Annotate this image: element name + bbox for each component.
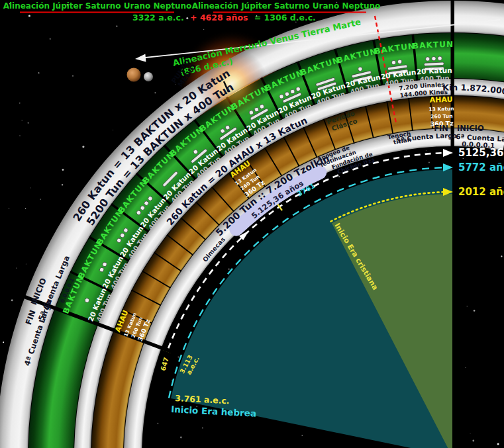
star: [25, 208, 26, 209]
star: [501, 255, 502, 257]
star: [19, 135, 21, 136]
span-era-cristiana-label: 2012 años: [458, 186, 504, 198]
star: [470, 433, 471, 434]
numeral-dot: [432, 56, 436, 61]
star: [3, 341, 4, 343]
star: [9, 208, 10, 209]
numeral-dot: [438, 56, 442, 61]
star: [338, 176, 340, 177]
ahau-title: AHAU: [429, 95, 452, 105]
span-cuenta-larga-label: 5125,36 años: [458, 147, 504, 159]
star: [426, 150, 427, 151]
star: [203, 29, 204, 30]
alignment-formula: 3322 a.e.c. + 4628 años = 1306 d.e.c.: [132, 13, 316, 22]
star: [19, 103, 21, 104]
star: [472, 440, 474, 442]
star: [11, 299, 13, 301]
fin-right-label: FIN: [434, 124, 448, 133]
star: [28, 15, 30, 17]
star: [16, 267, 17, 268]
star: [228, 269, 230, 270]
formula-span: + 4628 años: [190, 13, 248, 22]
numeral-dot: [425, 57, 430, 62]
ahau-line1: 13 Katun: [428, 106, 454, 112]
numeral-bar: [424, 62, 444, 66]
star: [62, 184, 63, 185]
star: [497, 443, 499, 445]
ahau-label-group: AHAU13 Katun260 Tun360 Tz: [428, 95, 455, 128]
star: [302, 435, 303, 435]
star: [72, 75, 74, 77]
planet-orange: [127, 68, 141, 82]
alignment-jupiter-left-label: Alineación Júpiter Saturno Urano Neptuno: [3, 1, 192, 11]
star: [116, 26, 117, 27]
star: [113, 130, 113, 130]
star: [428, 161, 430, 163]
alignment-jupiter-right-label: Alineación Júpiter Saturno Urano Neptuno: [192, 1, 381, 11]
maya-long-count-diagram: 260 Katun = 13 BAKTUN x 20 Katun5200 Tun…: [0, 0, 504, 448]
ahau-line2: 260 Tun: [430, 113, 453, 120]
inicio-right-label: INICIO: [457, 124, 484, 133]
star: [30, 187, 31, 188]
star: [474, 310, 476, 312]
span-era-hebrea-label: 5772 años: [458, 161, 504, 173]
formula-result: = 1306 d.e.c.: [254, 13, 316, 22]
star: [157, 423, 158, 424]
star: [177, 356, 179, 357]
star: [38, 72, 40, 73]
star: [28, 122, 29, 124]
diagram-canvas: 260 Katun = 13 BAKTUN x 20 Katun5200 Tun…: [0, 0, 504, 448]
star: [50, 38, 52, 40]
star: [82, 146, 84, 148]
formula-start: 3322 a.e.c.: [132, 13, 184, 22]
star: [22, 120, 23, 120]
star: [40, 199, 41, 200]
star: [62, 169, 64, 171]
star: [26, 264, 26, 265]
fin-division-line: [451, 0, 455, 150]
star: [202, 427, 203, 429]
planet-gray: [144, 72, 153, 81]
star: [465, 367, 466, 368]
star: [154, 92, 156, 93]
star: [180, 437, 182, 439]
star: [467, 306, 468, 306]
